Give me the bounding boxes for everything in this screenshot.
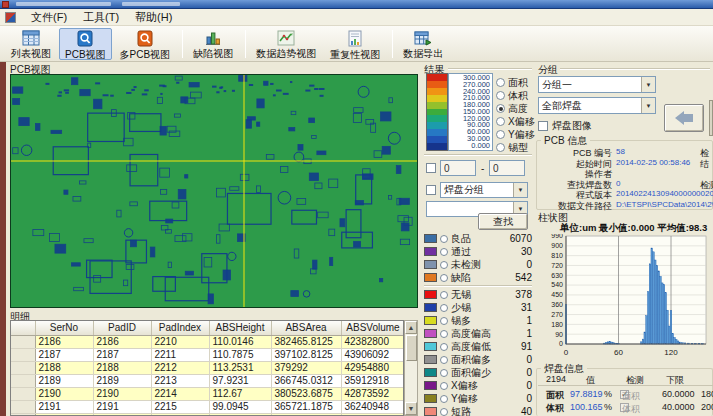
repeatability-view-button[interactable]: 重复性视图: [324, 28, 386, 60]
legend-item-无锡[interactable]: 无锡378: [424, 288, 532, 301]
menu-tools[interactable]: 工具(T): [75, 9, 127, 26]
table-cell: 397102.8125: [271, 348, 341, 361]
menu-file[interactable]: 文件(F): [23, 9, 75, 26]
metric-radio-Y偏移[interactable]: Y偏移: [496, 128, 534, 141]
radio-icon[interactable]: [496, 130, 505, 139]
data-export-button[interactable]: 数据导出: [397, 28, 449, 60]
pcb-info-label: 操作者: [538, 168, 612, 179]
radio-icon[interactable]: [440, 261, 448, 269]
column-header-ABSArea[interactable]: ABSArea: [271, 321, 341, 335]
previous-pcb-button[interactable]: [664, 104, 704, 132]
radio-icon[interactable]: [440, 291, 448, 299]
range-filter-checkbox[interactable]: [426, 163, 436, 173]
radio-icon[interactable]: [496, 91, 505, 100]
legend-item-未检测[interactable]: 未检测0: [424, 258, 532, 271]
column-header-PadIndex[interactable]: PadIndex: [151, 321, 209, 335]
radio-icon[interactable]: [440, 369, 448, 377]
panel-splitter[interactable]: [709, 100, 713, 136]
column-header-ABSHeight[interactable]: ABSHeight: [209, 321, 271, 335]
table-row[interactable]: 218721872211110.7875397102.812543906092: [11, 348, 404, 361]
pcb-view-button[interactable]: PCB视图: [59, 28, 112, 60]
multi-pcb-view-button[interactable]: 多PCB视图: [114, 28, 177, 60]
colorbar-band: [427, 81, 447, 88]
radio-icon[interactable]: [440, 330, 448, 338]
legend-item-面积偏多[interactable]: 面积偏多0: [424, 353, 532, 366]
pad-filter-select-value: 全部焊盘: [539, 99, 641, 113]
data-trend-view-button[interactable]: 数据趋势视图: [250, 28, 322, 60]
menu-help[interactable]: 帮助(H): [127, 9, 180, 26]
row-selector-cell[interactable]: [11, 374, 35, 387]
legend-item-X偏移[interactable]: X偏移0: [424, 379, 532, 392]
radio-icon[interactable]: [440, 356, 448, 364]
column-header-PadID[interactable]: PadID: [93, 321, 151, 335]
svg-text:720: 720: [551, 262, 563, 269]
pad-group-checkbox[interactable]: [426, 185, 436, 195]
legend-item-短路[interactable]: 短路40: [424, 405, 532, 416]
metric-radio-面积[interactable]: 面积: [496, 76, 534, 89]
legend-color-swatch: [424, 316, 437, 325]
legend-item-锡多[interactable]: 锡多1: [424, 314, 532, 327]
legend-item-少锡[interactable]: 少锡31: [424, 301, 532, 314]
pad-id: 2194: [546, 374, 566, 384]
table-row[interactable]: 21892189221397.9231366745.031235912918: [11, 374, 404, 387]
column-header-ABSVolume[interactable]: ABSVolume: [341, 321, 404, 335]
row-selector-cell[interactable]: [11, 348, 35, 361]
pad-metric-value: 97.8819: [570, 389, 603, 399]
radio-icon[interactable]: [496, 78, 505, 87]
legend-item-通过[interactable]: 通过30: [424, 245, 532, 258]
radio-icon[interactable]: [440, 395, 448, 403]
table-cell: 42954880: [341, 361, 404, 374]
pad-image-option[interactable]: 焊盘图像: [538, 119, 592, 133]
detail-table-scrollbar[interactable]: ▲ ▼: [404, 320, 418, 416]
radio-icon[interactable]: [440, 235, 448, 243]
legend-item-高度偏低[interactable]: 高度偏低91: [424, 340, 532, 353]
metric-radio-锡型[interactable]: 锡型: [496, 141, 534, 154]
search-button[interactable]: 查找: [478, 213, 528, 230]
radio-icon[interactable]: [440, 304, 448, 312]
metric-radio-体积[interactable]: 体积: [496, 89, 534, 102]
range-to-input[interactable]: [489, 160, 525, 176]
legend-item-面积偏少[interactable]: 面积偏少0: [424, 366, 532, 379]
colorbar-band: [427, 109, 447, 116]
radio-icon[interactable]: [496, 117, 505, 126]
pcb-board-canvas[interactable]: [10, 74, 418, 308]
defect-view-button[interactable]: 缺陷视图: [187, 28, 239, 60]
range-from-input[interactable]: [440, 160, 476, 176]
pad-group-select[interactable]: 焊盘分组 ▼: [440, 182, 528, 198]
scroll-down-button[interactable]: ▼: [405, 402, 417, 415]
colorbar-band: [427, 95, 447, 102]
radio-icon[interactable]: [440, 408, 448, 416]
table-row[interactable]: 218621862210110.0146382465.812542382800: [11, 335, 404, 348]
scroll-up-button[interactable]: ▲: [405, 321, 417, 334]
radio-icon[interactable]: [440, 343, 448, 351]
radio-icon[interactable]: [440, 382, 448, 390]
legend-item-高度偏高[interactable]: 高度偏高1: [424, 327, 532, 340]
metric-radio-高度[interactable]: 高度: [496, 102, 534, 115]
row-selector-cell[interactable]: [11, 335, 35, 348]
row-selector-cell[interactable]: [11, 400, 35, 413]
column-header-SerNo[interactable]: SerNo: [35, 321, 93, 335]
table-row[interactable]: 219021902214112.67380523.687542873592: [11, 387, 404, 400]
radio-icon[interactable]: [440, 317, 448, 325]
table-cell: 42873592: [341, 387, 404, 400]
group-select[interactable]: 分组一 ▼: [538, 76, 656, 93]
radio-icon[interactable]: [496, 143, 505, 152]
radio-icon[interactable]: [440, 248, 448, 256]
radio-icon[interactable]: [496, 104, 505, 113]
table-cell: 379292: [271, 361, 341, 374]
legend-item-良品[interactable]: 良品6070: [424, 232, 532, 245]
pad-filter-select[interactable]: 全部焊盘 ▼: [538, 97, 656, 114]
table-row[interactable]: 218821882212113.253137929242954880: [11, 361, 404, 374]
chevron-down-icon: ▼: [513, 183, 527, 197]
col-lower: 下限: [666, 374, 684, 387]
row-selector-cell[interactable]: [11, 361, 35, 374]
radio-icon[interactable]: [440, 274, 448, 282]
scroll-thumb[interactable]: [406, 335, 417, 361]
table-row[interactable]: 21912191221599.0945365721.187536240948: [11, 400, 404, 413]
legend-item-缺陷[interactable]: 缺陷542: [424, 271, 532, 284]
metric-radio-X偏移[interactable]: X偏移: [496, 115, 534, 128]
pad-image-checkbox[interactable]: [538, 121, 548, 131]
legend-item-Y偏移[interactable]: Y偏移0: [424, 392, 532, 405]
row-selector-cell[interactable]: [11, 387, 35, 400]
list-view-button[interactable]: 列表视图: [5, 28, 57, 60]
